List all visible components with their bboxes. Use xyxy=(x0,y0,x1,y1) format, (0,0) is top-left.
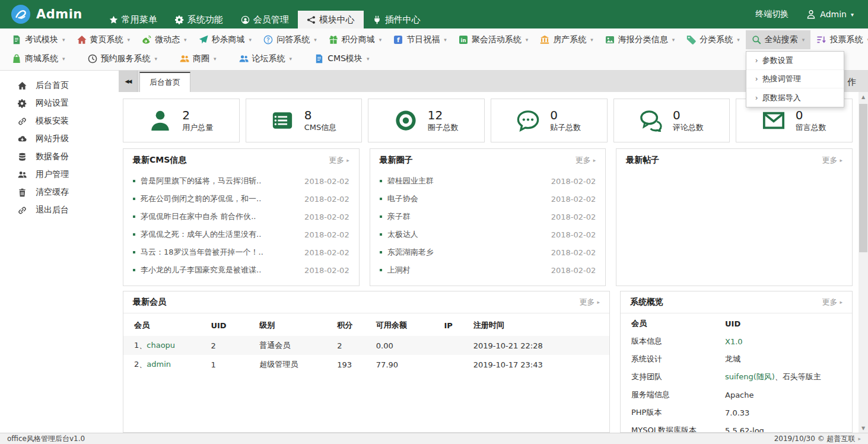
stat-card-users[interactable]: 2用户总量 xyxy=(123,99,240,142)
terminal-switch-link[interactable]: 终端切换 xyxy=(755,9,788,20)
sidebar-item-data-backup[interactable]: 数据备份 xyxy=(0,148,119,166)
database-icon xyxy=(18,153,27,161)
caret-down-icon: ▾ xyxy=(128,37,131,43)
list-item[interactable]: 李小龙的儿子李国豪究竟是被谁谋..2018-02-02 xyxy=(133,261,349,279)
more-link[interactable]: 更多▸ xyxy=(579,297,600,307)
sidebar-item-clear-cache[interactable]: 清空缓存 xyxy=(0,183,119,201)
more-link[interactable]: 更多▸ xyxy=(576,155,596,166)
member-link[interactable]: admin xyxy=(147,360,171,369)
cms-list: 曾是阿里旗下的猛将，马云挥泪斩..2018-02-02 死在公司倒闭之前的茅侃侃… xyxy=(123,171,359,279)
bullet-icon xyxy=(133,233,135,236)
module-cms[interactable]: CMS模块▾ xyxy=(309,49,375,68)
home-icon xyxy=(77,35,87,45)
stat-card-comments[interactable]: 0评论总数 xyxy=(613,99,730,142)
caret-down-icon: ▾ xyxy=(290,56,292,62)
user-menu[interactable]: Admin ▾ xyxy=(806,9,854,19)
image-icon xyxy=(605,35,615,45)
module-yellow-pages[interactable]: 黄页系统▾ xyxy=(71,30,136,49)
stat-card-posts[interactable]: 0贴子总数 xyxy=(491,99,608,142)
list-item[interactable]: 上洞村2018-02-02 xyxy=(380,261,596,279)
module-points-mall[interactable]: 积分商城▾ xyxy=(323,30,388,49)
list-item[interactable]: 茅侃侃之死：成年人的生活里没有..2018-02-02 xyxy=(133,226,349,243)
sidebar: 后台首页 网站设置 模板安装 网站升级 数据备份 用户管理 清空缓存 退出后台 xyxy=(0,71,119,433)
bullet-icon xyxy=(133,269,135,271)
bullet-icon xyxy=(133,198,135,200)
scroll-up-arrow[interactable]: ▲ xyxy=(859,92,868,102)
list-item[interactable]: 东莞湖南老乡2018-02-02 xyxy=(380,243,596,261)
member-link[interactable]: chaopu xyxy=(147,341,175,350)
topnav-system-functions[interactable]: 系统功能 xyxy=(166,11,232,28)
list-item[interactable]: 太极达人2018-02-02 xyxy=(380,226,596,243)
stat-cards-row: 2用户总量 8CMS信息 12圈子总数 0贴子总数 0评论总数 xyxy=(123,99,853,142)
module-business-circle[interactable]: 商圈▾ xyxy=(174,49,222,68)
more-link[interactable]: 更多▸ xyxy=(822,297,842,307)
list-item[interactable]: 茅侃侃昨日在家中自杀 前合作伙..2018-02-02 xyxy=(133,208,349,226)
sidebar-item-logout[interactable]: 退出后台 xyxy=(0,201,119,219)
sidebar-item-site-settings[interactable]: 网站设置 xyxy=(0,94,119,112)
module-booking-service[interactable]: 预约服务系统▾ xyxy=(82,49,164,68)
topnav-plugin-center[interactable]: 插件中心 xyxy=(364,11,430,28)
vertical-scrollbar[interactable]: ▲ ▼ xyxy=(859,92,868,433)
dropdown-item-param-settings[interactable]: › 参数设置 xyxy=(746,52,844,70)
topnav-module-center[interactable]: 模块中心 xyxy=(298,11,364,28)
link-icon xyxy=(18,206,27,215)
stat-card-circles[interactable]: 12圈子总数 xyxy=(368,99,485,142)
dropdown-item-raw-data-import[interactable]: › 原数据导入 xyxy=(746,88,844,107)
panel-header: 系统概览 更多▸ xyxy=(621,291,852,313)
module-site-search[interactable]: 全站搜索▾ › 参数设置 › 热搜词管理 › 原数据导入 xyxy=(746,30,811,49)
main-content: 2用户总量 8CMS信息 12圈子总数 0贴子总数 0评论总数 xyxy=(119,92,859,433)
sidebar-item-site-upgrade[interactable]: 网站升级 xyxy=(0,130,119,148)
list-item[interactable]: 马云：18罗汉当年曾被开掉一个！..2018-02-02 xyxy=(133,243,349,261)
list-item[interactable]: 亲子群2018-02-02 xyxy=(380,208,596,226)
topnav-member-management[interactable]: 会员管理 xyxy=(232,11,298,28)
more-link[interactable]: 更多▸ xyxy=(822,155,842,166)
target-icon xyxy=(395,109,417,132)
module-mall[interactable]: 商城系统▾ xyxy=(6,49,71,68)
module-events[interactable]: 聚会活动系统▾ xyxy=(453,30,535,49)
more-arrow-icon: ▸ xyxy=(597,299,600,305)
trash-icon xyxy=(18,188,27,197)
module-vote[interactable]: 投票系统▾ xyxy=(810,30,868,49)
panel-header: 最新CMS信息 更多▸ xyxy=(123,149,359,171)
tags-icon xyxy=(686,35,696,45)
module-micro-feed[interactable]: 微动态▾ xyxy=(136,30,193,49)
module-category[interactable]: 分类系统▾ xyxy=(681,30,746,49)
module-exam[interactable]: 考试模块▾ xyxy=(6,30,71,49)
module-qa[interactable]: 问答系统▾ xyxy=(257,30,323,49)
sidebar-item-template-install[interactable]: 模板安装 xyxy=(0,112,119,130)
question-circle-icon xyxy=(263,35,273,45)
chevron-right-icon: › xyxy=(755,94,758,102)
panel-header: 最新圈子 更多▸ xyxy=(370,149,606,171)
module-festival-greetings[interactable]: 节日祝福▾ xyxy=(387,30,453,49)
list-item[interactable]: 碧桂园业主群2018-02-02 xyxy=(380,172,596,190)
scrollbar-thumb[interactable] xyxy=(859,104,867,252)
stat-card-cms[interactable]: 8CMS信息 xyxy=(246,99,363,142)
module-forum[interactable]: 论坛系统▾ xyxy=(233,49,298,68)
module-menu-row-2: 商城系统▾ 预约服务系统▾ 商圈▾ 论坛系统▾ CMS模块▾ xyxy=(6,49,862,68)
version-link[interactable]: X1.0 xyxy=(725,337,743,346)
sidebar-item-user-management[interactable]: 用户管理 xyxy=(0,166,119,183)
users-icon xyxy=(18,170,27,179)
team-link[interactable]: suifeng(随风) xyxy=(725,372,775,381)
tab-dashboard[interactable]: 后台首页 xyxy=(139,72,190,92)
more-link[interactable]: 更多▸ xyxy=(329,155,349,166)
list-item[interactable]: 死在公司倒闭之前的茅侃侃，和一..2018-02-02 xyxy=(133,190,349,208)
list-item[interactable]: 电子协会2018-02-02 xyxy=(380,190,596,208)
sidebar-collapse-button[interactable]: ◀◀ xyxy=(119,71,138,92)
panel-latest-circles: 最新圈子 更多▸ 碧桂园业主群2018-02-02 电子协会2018-02-02… xyxy=(370,148,606,286)
system-row: 版本信息X1.0 xyxy=(631,332,841,350)
topnav-common-menu[interactable]: 常用菜单 xyxy=(100,11,166,28)
list-item[interactable]: 曾是阿里旗下的猛将，马云挥泪斩..2018-02-02 xyxy=(133,172,349,190)
module-real-estate[interactable]: 房产系统▾ xyxy=(534,30,599,49)
dropdown-item-hot-search-words[interactable]: › 热搜词管理 xyxy=(746,70,844,88)
panel-system-overview: 系统概览 更多▸ 会员UID 版本信息X1.0 系统设计龙城 支持团队suife… xyxy=(620,291,853,433)
module-flash-sale[interactable]: 秒杀商城▾ xyxy=(193,30,258,49)
module-poster-info[interactable]: 海报分类信息▾ xyxy=(599,30,681,49)
scroll-down-arrow[interactable]: ▼ xyxy=(859,423,868,433)
bullet-icon xyxy=(133,215,135,218)
linkedin-square-icon xyxy=(459,35,468,45)
app-logo[interactable]: Admin xyxy=(0,0,100,28)
more-arrow-icon: ▸ xyxy=(346,157,349,163)
logo-icon xyxy=(11,4,31,24)
sidebar-item-dashboard[interactable]: 后台首页 xyxy=(0,77,119,94)
